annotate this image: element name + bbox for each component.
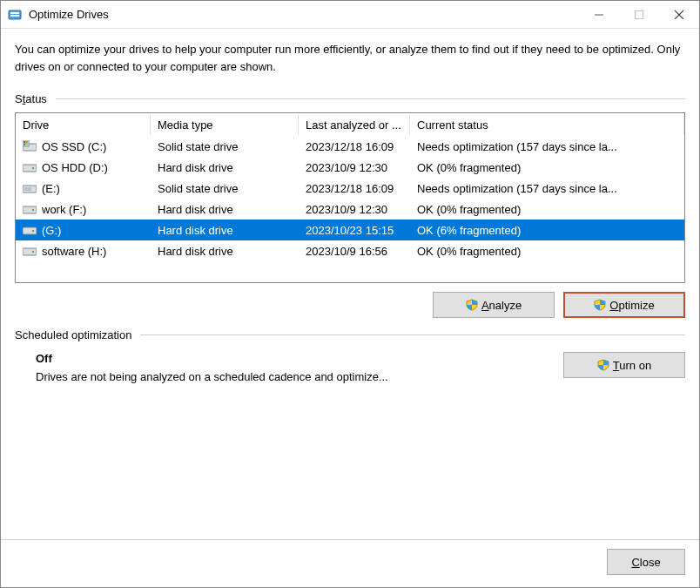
table-row[interactable]: (G:)Hard disk drive2023/10/23 15:15OK (6… [16,220,684,240]
drive-name: (E:) [42,182,60,195]
shield-icon [594,299,606,311]
titlebar: Optimize Drives [1,1,699,29]
analyze-button[interactable]: Analyze [433,292,555,318]
schedule-text: Off Drives are not being analyzed on a s… [36,352,546,383]
divider [56,98,685,99]
media-cell: Solid state drive [151,180,299,197]
status-cell: OK (0% fragmented) [410,243,684,260]
drive-name: OS HDD (D:) [42,161,108,174]
content-area: You can optimize your drives to help you… [1,29,699,539]
maximize-button[interactable] [619,1,659,28]
drive-icon [23,245,37,257]
status-section-label: Status [15,92,685,105]
status-cell: OK (0% fragmented) [410,201,684,218]
schedule-section-label: Scheduled optimization [15,328,685,341]
schedule-state: Off [36,352,546,365]
svg-rect-16 [24,187,31,191]
drive-cell: software (H:) [16,243,151,260]
col-header-last[interactable]: Last analyzed or ... [299,115,410,135]
drive-list[interactable]: Drive Media type Last analyzed or ... Cu… [15,112,685,283]
description-text: You can optimize your drives to help you… [15,41,685,75]
media-cell: Solid state drive [151,139,299,155]
drive-cell: (E:) [16,180,151,197]
svg-rect-21 [23,248,37,255]
svg-rect-12 [26,144,29,146]
table-row[interactable]: OS SSD (C:)Solid state drive2023/12/18 1… [16,136,684,157]
last-cell: 2023/10/9 12:30 [299,159,410,176]
status-cell: OK (0% fragmented) [410,159,684,176]
table-row[interactable]: (E:)Solid state drive2023/12/18 16:09Nee… [16,178,684,199]
close-button[interactable]: Close [607,549,685,575]
svg-point-14 [32,167,34,169]
drive-cell: OS SSD (C:) [16,139,151,155]
svg-rect-19 [23,227,37,234]
turn-on-button[interactable]: Turn on [563,352,685,378]
drive-cell: OS HDD (D:) [16,159,151,176]
last-cell: 2023/10/9 16:56 [299,243,410,260]
svg-point-22 [32,251,34,253]
schedule-description: Drives are not being analyzed on a sched… [36,370,546,383]
table-row[interactable]: software (H:)Hard disk drive2023/10/9 16… [16,240,684,261]
optimize-button[interactable]: Optimize [563,292,685,318]
window-title: Optimize Drives [29,8,579,21]
svg-rect-10 [26,141,29,144]
svg-rect-9 [24,141,26,144]
svg-rect-4 [636,10,643,18]
last-cell: 2023/12/18 16:09 [299,180,410,197]
svg-point-18 [32,209,34,211]
drive-icon [23,224,37,236]
table-row[interactable]: work (F:)Hard disk drive2023/10/9 12:30O… [16,199,684,220]
status-cell: OK (6% fragmented) [410,222,684,239]
drive-cell: work (F:) [16,201,151,218]
divider [140,335,685,335]
drive-list-header: Drive Media type Last analyzed or ... Cu… [16,113,684,136]
media-cell: Hard disk drive [151,222,299,239]
minimize-button[interactable] [579,1,619,28]
window-controls [579,1,699,28]
optimize-drives-window: Optimize Drives You can optimize your dr… [0,0,700,588]
drive-name: software (H:) [42,245,106,258]
media-cell: Hard disk drive [151,159,299,176]
col-header-media[interactable]: Media type [151,115,299,135]
bottom-bar: Close [1,539,699,587]
schedule-body: Off Drives are not being analyzed on a s… [15,348,685,383]
media-cell: Hard disk drive [151,201,299,218]
status-cell: Needs optimization (157 days since la... [410,139,684,155]
close-window-button[interactable] [659,1,699,28]
table-row[interactable]: OS HDD (D:)Hard disk drive2023/10/9 12:3… [16,157,684,178]
svg-rect-11 [24,144,26,146]
drive-cell: (G:) [16,222,151,239]
last-cell: 2023/12/18 16:09 [299,139,410,155]
svg-rect-1 [10,12,19,14]
svg-rect-13 [23,165,37,172]
app-icon [8,8,22,22]
media-cell: Hard disk drive [151,243,299,260]
drive-icon [23,203,37,215]
status-cell: Needs optimization (157 days since la... [410,180,684,197]
drive-icon [23,182,37,194]
drive-icon [23,140,37,152]
svg-rect-17 [23,206,37,213]
drive-name: (G:) [42,224,61,237]
svg-rect-2 [10,15,19,17]
svg-point-20 [32,230,34,232]
action-button-row: Analyze Optimize [15,292,685,318]
drive-name: work (F:) [42,203,86,216]
last-cell: 2023/10/23 15:15 [299,222,410,239]
drive-name: OS SSD (C:) [42,140,106,153]
col-header-drive[interactable]: Drive [16,115,151,135]
shield-icon [597,359,609,371]
col-header-status[interactable]: Current status [410,115,684,135]
drive-icon [23,161,37,173]
shield-icon [466,299,478,311]
last-cell: 2023/10/9 12:30 [299,201,410,218]
